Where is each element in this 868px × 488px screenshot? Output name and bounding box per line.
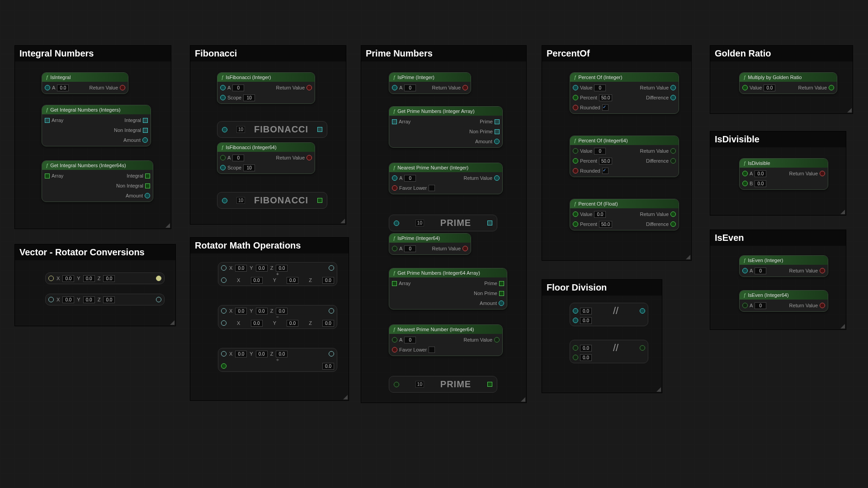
section-vecrot[interactable]: Vector - Rotator Conversions (14, 244, 176, 326)
pin-return[interactable] (120, 85, 125, 90)
resize-handle[interactable] (521, 397, 525, 402)
node-rot-div[interactable]: X0.0Y0.0Z0.0 ÷ 0.0 (218, 348, 337, 372)
node-isfib[interactable]: ƒIsFibonacci (Integer) A0Return Value Sc… (217, 72, 315, 104)
node-getprime64[interactable]: ƒGet Prime Numbers (Integer64 Array) Arr… (389, 268, 507, 310)
pin-a[interactable] (45, 85, 50, 90)
macro-prime-int[interactable]: 10 PRIME (389, 215, 497, 231)
node-isdiv[interactable]: ƒIsDivisible A0.0Return Value B0.0 (739, 158, 828, 190)
node-pctint[interactable]: ƒPercent Of (Integer) Value0Return Value… (570, 72, 679, 114)
node-getint64[interactable]: ƒGet Integral Numbers (Integer64s) Array… (42, 160, 153, 202)
node-rot-add[interactable]: X0.0Y0.0Z0.0 + X0.0Y0.0Z0.0 (218, 262, 337, 286)
node-rot-sub[interactable]: X0.0Y0.0Z0.0 − X0.0Y0.0Z0.0 (218, 305, 337, 329)
node-isprime64[interactable]: ƒIsPrime (Integer64) A0Return Value (389, 233, 471, 255)
node-getprime[interactable]: ƒGet Prime Numbers (Integer Array) Array… (389, 106, 503, 148)
node-getint[interactable]: ƒGet Integral Numbers (Integers) ArrayIn… (42, 105, 151, 146)
section-floordiv[interactable]: Floor Division (542, 279, 662, 393)
node-pctfloat[interactable]: ƒPercent Of (Float) Value0.0Return Value… (570, 199, 679, 230)
pin-array[interactable] (45, 118, 50, 123)
node-mulgold[interactable]: ƒMultiply by Golden Ratio Value0.0Return… (739, 72, 837, 94)
node-isprime[interactable]: ƒIsPrime (Integer) A0Return Value (389, 72, 471, 94)
node-floordiv-int[interactable]: 0.0// 0.0 (570, 303, 648, 326)
section-title: Integral Numbers (15, 46, 171, 61)
node-nearprime64[interactable]: ƒNearest Prime Number (Integer64) A0Retu… (389, 324, 503, 356)
section-iseven[interactable]: IsEven (710, 230, 846, 330)
node-pctint64[interactable]: ƒPercent Of (Integer64) Value0Return Val… (570, 136, 679, 177)
resize-handle[interactable] (165, 223, 170, 228)
node-isfib64[interactable]: ƒIsFibonacci (Integer64) A0Return Value … (217, 142, 315, 174)
resize-handle[interactable] (340, 219, 345, 223)
node-isevenint64[interactable]: ƒIsEven (Integer64) A0Return Value (739, 290, 828, 312)
node-nearprime[interactable]: ƒNearest Prime Number (Integer) A0Return… (389, 163, 503, 194)
macro-fibonacci-int[interactable]: 10 FIBONACCI (217, 121, 327, 138)
node-isevenint[interactable]: ƒIsEven (Integer) A0Return Value (739, 255, 828, 277)
node-floordiv-int64[interactable]: 0.0// 0.0 (570, 340, 648, 363)
node-rot2vec[interactable]: X0.0Y0.0Z0.0 (45, 294, 165, 305)
macro-fibonacci-int64[interactable]: 10 FIBONACCI (217, 192, 327, 209)
node-isintegral[interactable]: ƒIsIntegral A0.0Return Value (42, 72, 128, 94)
pin-array[interactable] (45, 174, 50, 178)
node-vec2rot[interactable]: X0.0Y0.0Z0.0 (45, 272, 165, 284)
macro-prime-int64[interactable]: 10 PRIME (389, 376, 497, 393)
